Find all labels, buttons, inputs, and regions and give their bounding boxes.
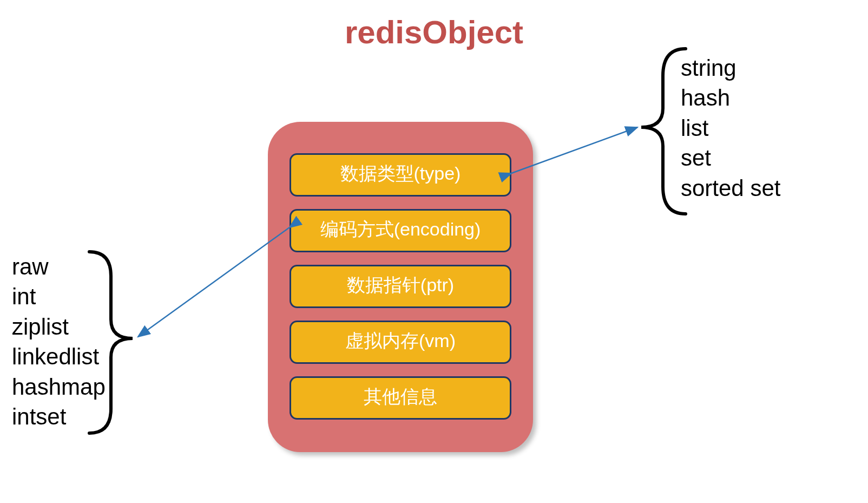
type-list-item: string [681,53,780,83]
type-list: string hash list set sorted set [681,53,780,203]
field-ptr: 数据指针(ptr) [290,265,511,308]
encoding-list: raw int ziplist linkedlist hashmap intse… [12,252,106,432]
redis-object-panel: 数据类型(type) 编码方式(encoding) 数据指针(ptr) 虚拟内存… [268,122,533,452]
field-other: 其他信息 [290,376,511,420]
diagram-title: redisObject [0,14,868,51]
encoding-list-item: hashmap [12,372,106,402]
encoding-list-item: ziplist [12,312,106,342]
encoding-list-item: int [12,282,106,311]
field-encoding: 编码方式(encoding) [290,209,511,252]
field-vm: 虚拟内存(vm) [290,321,511,364]
arrow-encoding-icon [138,227,290,337]
type-list-item: list [681,113,780,143]
encoding-list-item: raw [12,252,106,282]
field-type: 数据类型(type) [290,153,511,197]
encoding-list-item: linkedlist [12,342,106,371]
right-brace-icon [641,49,686,214]
type-list-item: set [681,143,780,173]
encoding-list-item: intset [12,402,106,432]
type-list-item: hash [681,83,780,113]
type-list-item: sorted set [681,173,780,203]
